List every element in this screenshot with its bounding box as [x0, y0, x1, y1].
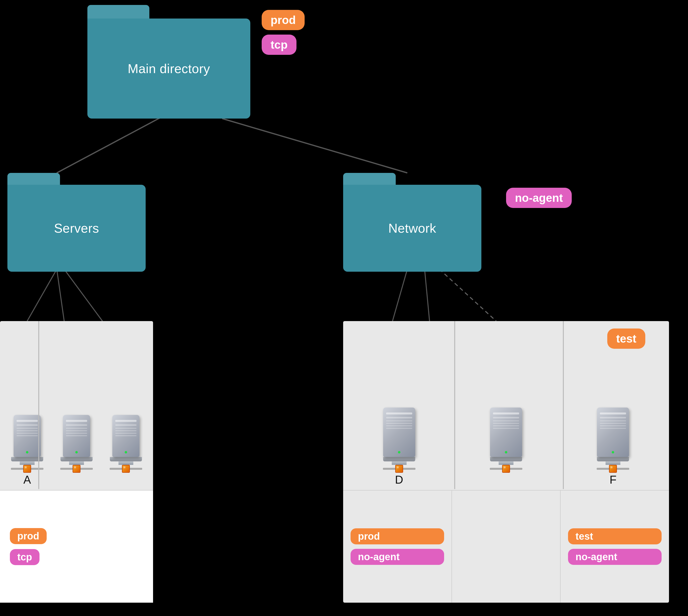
main-tcp-tag: tcp — [262, 35, 297, 55]
panel-prod-tag: prod — [10, 528, 47, 544]
svg-line-5 — [392, 269, 407, 321]
svg-line-7 — [439, 269, 496, 321]
server-b-connector — [69, 461, 84, 465]
server-f-led — [612, 451, 614, 454]
server-c-port — [110, 465, 142, 473]
folder-tab — [343, 173, 396, 185]
d-prod-tag: prod — [350, 528, 444, 544]
server-d-tags: prod no-agent — [343, 490, 452, 603]
server-f-base — [597, 457, 629, 461]
server-d-lines — [386, 420, 412, 429]
folder-main: Servers — [7, 185, 146, 272]
separator-d-e — [454, 321, 455, 489]
server-b[interactable] — [60, 415, 93, 473]
server-e-port — [490, 465, 522, 473]
server-f[interactable]: F — [597, 408, 629, 473]
server-a-tower — [14, 415, 41, 457]
svg-line-2 — [27, 269, 57, 321]
server-c[interactable] — [110, 415, 142, 473]
f-test-tag: test — [568, 528, 662, 544]
f-no-agent-tag: no-agent — [568, 549, 662, 565]
svg-line-4 — [64, 269, 102, 321]
server-d-led — [398, 451, 400, 454]
servers-panel-left: A — [0, 321, 153, 603]
right-panel-bottom: prod no-agent test no-agent — [343, 490, 669, 603]
server-e-led — [505, 451, 507, 454]
folder-main: Main directory — [87, 19, 250, 118]
server-f-tower — [597, 408, 629, 457]
server-a-led — [26, 451, 28, 454]
separator-left — [38, 321, 39, 489]
server-a-lines — [17, 428, 38, 436]
server-d-port — [383, 465, 415, 473]
server-e-base — [490, 457, 522, 461]
servers-panel-bottom-left: prod tcp — [0, 490, 153, 603]
server-e-lines — [493, 420, 519, 429]
server-e[interactable] — [490, 408, 522, 473]
global-test-tag: test — [607, 329, 645, 349]
server-d[interactable]: D — [383, 408, 415, 473]
network-no-agent-tag: no-agent — [506, 188, 572, 208]
server-f-tags: test no-agent — [560, 490, 669, 603]
server-c-connector — [118, 461, 133, 465]
main-prod-tag: prod — [262, 10, 305, 30]
server-b-lines — [66, 428, 87, 436]
main-directory-label: Main directory — [128, 61, 210, 76]
svg-line-3 — [57, 269, 64, 321]
folder-body: Main directory — [87, 5, 250, 118]
svg-line-6 — [425, 269, 430, 321]
server-b-port — [60, 465, 93, 473]
server-b-base — [61, 457, 93, 461]
svg-line-0 — [57, 114, 168, 173]
d-no-agent-tag: no-agent — [350, 549, 444, 565]
separator-e-f — [563, 321, 564, 489]
servers-panel-right: D — [343, 321, 669, 603]
main-directory-folder[interactable]: Main directory — [87, 5, 250, 118]
folder-tab — [7, 173, 60, 185]
server-e-tower — [490, 408, 522, 457]
server-f-label: F — [610, 473, 616, 486]
server-f-lines — [600, 420, 626, 429]
server-d-tower — [383, 408, 415, 457]
server-e-tags — [452, 490, 561, 603]
folder-tab — [87, 5, 150, 19]
server-f-connector — [605, 461, 620, 465]
servers-top-left: A — [0, 321, 153, 490]
server-b-led — [75, 451, 78, 454]
network-label: Network — [388, 221, 436, 236]
folder-body: Servers — [7, 173, 146, 272]
server-d-connector — [392, 461, 407, 465]
server-b-tower — [63, 415, 90, 457]
server-a-connector — [20, 461, 35, 465]
panel-tcp-tag: tcp — [10, 549, 40, 565]
server-e-connector — [499, 461, 513, 465]
server-d-base — [383, 457, 415, 461]
server-c-lines — [115, 428, 137, 436]
server-c-base — [110, 457, 142, 461]
folder-body: Network — [343, 173, 481, 272]
servers-label: Servers — [54, 221, 99, 236]
svg-line-1 — [222, 118, 407, 173]
server-f-port — [597, 465, 629, 473]
server-c-tower — [112, 415, 139, 457]
server-d-label: D — [395, 473, 403, 486]
servers-folder[interactable]: Servers — [7, 173, 146, 272]
server-a-label: A — [23, 473, 31, 486]
folder-main: Network — [343, 185, 481, 272]
network-folder[interactable]: Network — [343, 173, 481, 272]
server-c-led — [125, 451, 127, 454]
